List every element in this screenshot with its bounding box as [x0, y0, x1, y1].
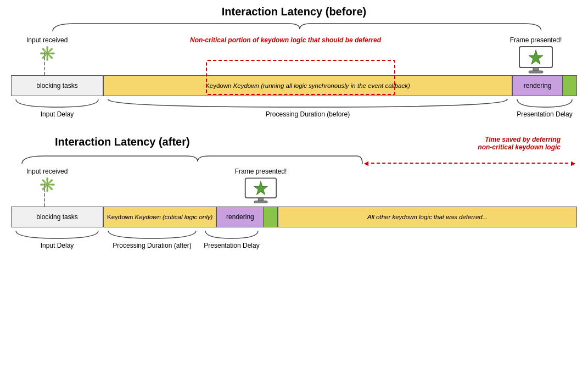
- dashed-arrow-row: ◄ ►: [11, 154, 577, 166]
- red-annotation-before: Non-critical portion of keydown logic th…: [187, 36, 384, 45]
- bar-blocking-after: blocking tasks: [11, 207, 103, 227]
- monitor-icon-after: [225, 177, 296, 206]
- brace-processing-after: Processing Duration (after): [103, 228, 201, 249]
- green-portion-before: [562, 76, 576, 96]
- green-portion-after: [263, 207, 277, 227]
- bar-keydown-before: Keydown Keydown (running all logic synch…: [103, 75, 512, 96]
- diagram-wrapper: Interaction Latency (before) Input recei…: [0, 0, 588, 270]
- above-labels-before: Input received ✳️ Non-critical portion o…: [11, 36, 577, 75]
- section-before-title: Interaction Latency (before): [11, 5, 577, 18]
- top-brace-after: [16, 154, 368, 166]
- bar-blocking-before: blocking tasks: [11, 75, 103, 96]
- brace-input-delay-before: Input Delay: [11, 97, 103, 118]
- bars-row-after: blocking tasks Keydown Keydown (critical…: [11, 207, 577, 227]
- cursor-icon-before: ✳️: [26, 46, 68, 60]
- bar-keydown-after: Keydown Keydown (critical logic only): [103, 207, 216, 227]
- bar-deferred-after: All other keydown logic that was deferre…: [278, 207, 577, 227]
- dashed-line-input-before: [44, 52, 45, 75]
- section-before: Interaction Latency (before) Input recei…: [11, 5, 577, 122]
- below-braces-before: Input Delay Processing Duration (before)…: [11, 97, 577, 122]
- above-labels-after: Input received ✳️ Frame presented!: [11, 167, 577, 207]
- input-received-after: Input received ✳️: [26, 167, 68, 192]
- title-row-after: Interaction Latency (after) Time saved b…: [11, 136, 577, 152]
- svg-rect-6: [258, 198, 263, 201]
- section-after: Interaction Latency (after) Time saved b…: [11, 136, 577, 254]
- frame-presented-before: Frame presented!: [500, 36, 572, 76]
- section-after-title: Interaction Latency (after): [11, 136, 190, 148]
- input-received-before: Input received ✳️: [26, 36, 68, 60]
- frame-presented-after: Frame presented!: [225, 167, 296, 206]
- time-saved-annotation: Time saved by deferringnon-critical keyd…: [412, 136, 561, 151]
- cursor-icon-after: ✳️: [26, 177, 68, 192]
- dashed-line-input-after: [44, 183, 45, 207]
- svg-rect-3: [529, 71, 543, 73]
- brace-input-delay-after: Input Delay: [11, 228, 103, 249]
- monitor-icon-before: [500, 46, 572, 76]
- top-brace-before: [47, 21, 541, 34]
- below-braces-after: Input Delay Processing Duration (after) …: [11, 228, 577, 254]
- svg-rect-7: [254, 201, 268, 203]
- bar-rendering-before: rendering: [512, 75, 577, 96]
- bar-rendering-after: rendering: [216, 207, 278, 227]
- brace-presentation-after: Presentation Delay: [201, 228, 262, 249]
- brace-processing-before: Processing Duration (before): [103, 97, 512, 118]
- svg-rect-2: [533, 68, 539, 71]
- dashed-arrow: ◄ ►: [362, 159, 577, 168]
- brace-presentation-before: Presentation Delay: [512, 97, 577, 118]
- bars-row-before: blocking tasks Keydown Keydown (running …: [11, 75, 577, 96]
